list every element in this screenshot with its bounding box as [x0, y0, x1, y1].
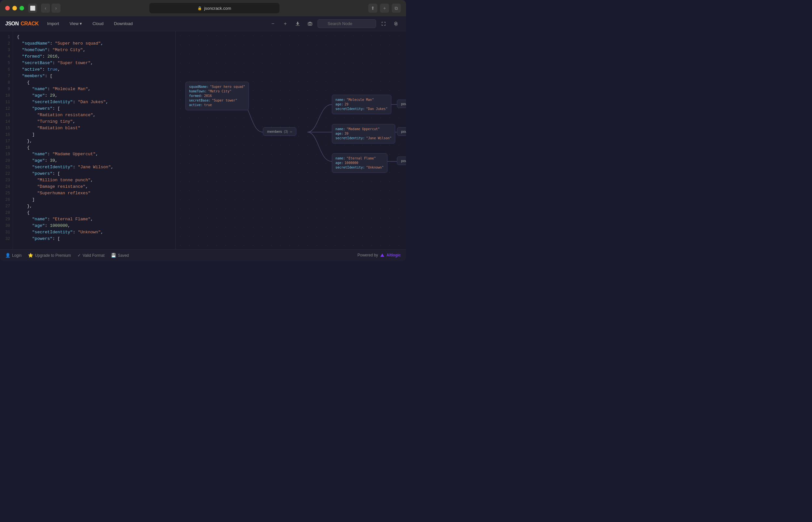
- download-button[interactable]: [293, 19, 303, 28]
- camera-button[interactable]: [305, 19, 315, 28]
- format-label: Valid Format: [83, 253, 104, 258]
- eternal-flame-node[interactable]: name:"Eternal Flame" age:1000000 secretI…: [332, 153, 388, 173]
- search-node-input[interactable]: [317, 19, 376, 28]
- check-icon: ✓: [78, 253, 81, 258]
- download-nav[interactable]: Download: [112, 20, 135, 27]
- logo-crack: CRACK: [21, 21, 39, 26]
- molecule-man-node[interactable]: name:"Molecule Man" age:29 secretIdentit…: [332, 95, 391, 114]
- header-tools: − + 🔍: [268, 19, 401, 28]
- altlogic-label: Altlogic: [380, 253, 401, 258]
- saved-item: 💾 Saved: [111, 253, 129, 258]
- search-wrapper: 🔍: [317, 19, 376, 28]
- app-header: JSON CRACK Import View ▾ Cloud Download …: [0, 16, 406, 31]
- user-icon: 👤: [5, 253, 11, 258]
- back-button[interactable]: ‹: [41, 4, 50, 13]
- tabs-button[interactable]: ⧉: [392, 4, 401, 13]
- browser-actions: ⬆ + ⧉: [368, 4, 401, 13]
- logo: JSON CRACK: [5, 21, 39, 27]
- eternal-powers-label: powers: [401, 159, 406, 163]
- fullscreen-button[interactable]: [379, 19, 389, 28]
- close-button[interactable]: [5, 6, 10, 11]
- powered-by: Powered by Altlogic: [357, 253, 401, 258]
- molecule-powers-label: powers: [401, 102, 406, 106]
- maximize-button[interactable]: [20, 6, 24, 11]
- members-node[interactable]: members (3) ∞: [263, 127, 296, 136]
- saved-label: Saved: [118, 253, 129, 258]
- zoom-out-button[interactable]: −: [268, 19, 278, 28]
- login-item[interactable]: 👤 Login: [5, 253, 21, 258]
- share-button[interactable]: ⬆: [368, 4, 377, 13]
- molecule-powers-node[interactable]: powers (3) ∞: [397, 100, 406, 108]
- import-nav[interactable]: Import: [45, 20, 61, 27]
- star-icon: ⭐: [28, 253, 33, 258]
- status-bar: 👤 Login ⭐ Upgrade to Premium ✓ Valid For…: [0, 249, 406, 261]
- forward-button[interactable]: ›: [51, 4, 61, 13]
- url-text: jsoncrack.com: [204, 6, 231, 11]
- madame-powers-node[interactable]: powers (3) ∞: [397, 127, 406, 136]
- save-icon: 💾: [111, 253, 116, 258]
- root-node[interactable]: squadName:"Super hero squad" homeTown:"M…: [185, 82, 249, 110]
- line-numbers: 1 2 3 4 5 6 7 8 9 10 11 12 13 14 15 16 1…: [0, 31, 13, 249]
- upgrade-label: Upgrade to Premium: [35, 253, 71, 258]
- svg-point-0: [309, 23, 311, 25]
- minimize-button[interactable]: [12, 6, 17, 11]
- madame-uppercut-node[interactable]: name:"Madame Uppercut" age:39 secretIden…: [332, 124, 395, 143]
- eternal-powers-node[interactable]: powers (5) ∞: [397, 157, 406, 165]
- settings-button[interactable]: [391, 19, 401, 28]
- new-tab-button[interactable]: +: [380, 4, 389, 13]
- lock-icon: 🔒: [197, 6, 202, 11]
- traffic-lights: [5, 6, 24, 11]
- madame-powers-label: powers: [401, 129, 406, 134]
- members-count: (3): [284, 130, 288, 134]
- sidebar-toggle-button[interactable]: ⬜: [28, 4, 37, 13]
- main-content: 1 2 3 4 5 6 7 8 9 10 11 12 13 14 15 16 1…: [0, 31, 406, 249]
- zoom-in-button[interactable]: +: [280, 19, 290, 28]
- upgrade-item[interactable]: ⭐ Upgrade to Premium: [28, 253, 71, 258]
- code-editor[interactable]: 1 2 3 4 5 6 7 8 9 10 11 12 13 14 15 16 1…: [0, 31, 176, 249]
- view-nav[interactable]: View ▾: [68, 20, 84, 27]
- code-content[interactable]: { "squadName": "Super hero squad", "home…: [13, 31, 175, 249]
- browser-chrome: ⬜ ‹ › 🔒 jsoncrack.com ⬆ + ⧉: [0, 0, 406, 16]
- members-label: members: [267, 129, 282, 134]
- cloud-nav[interactable]: Cloud: [90, 20, 105, 27]
- powered-by-text: Powered by: [357, 253, 378, 257]
- svg-marker-2: [380, 254, 384, 257]
- graph-canvas[interactable]: squadName:"Super hero squad" homeTown:"M…: [176, 31, 406, 249]
- format-item: ✓ Valid Format: [78, 253, 104, 258]
- login-label: Login: [12, 253, 21, 258]
- logo-json: JSON: [5, 21, 19, 26]
- members-expand: ∞: [290, 130, 292, 134]
- nav-buttons: ‹ ›: [41, 4, 61, 13]
- address-bar[interactable]: 🔒 jsoncrack.com: [149, 3, 279, 13]
